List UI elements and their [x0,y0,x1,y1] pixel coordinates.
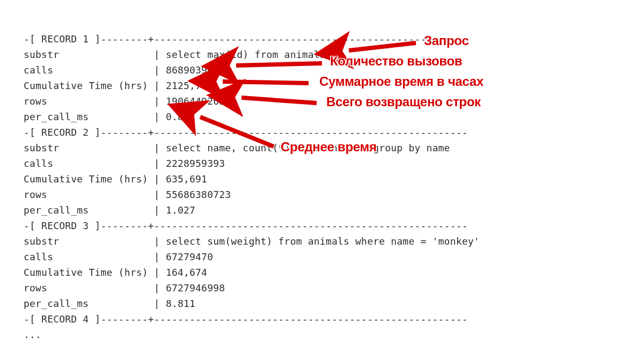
annotation-percall: Среднее время [281,140,377,155]
annotation-query: Запрос [424,33,469,48]
annotation-cumtime: Суммарное время в часах [319,74,484,89]
annotation-rows: Всего возвращено строк [326,94,481,109]
annotation-calls: Количество вызовов [330,54,462,69]
